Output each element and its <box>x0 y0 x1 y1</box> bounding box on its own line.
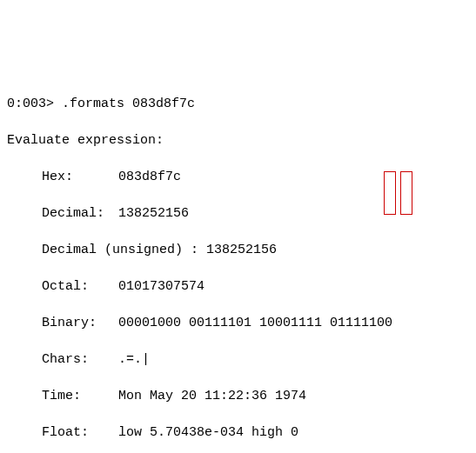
chars-row: Chars:.=.| <box>7 350 469 369</box>
prompt-line: 0:003> .formats 083d8f7c <box>7 95 469 113</box>
hex-value: 083d8f7c <box>118 170 181 184</box>
hex-row: Hex:083d8f7c <box>7 168 469 186</box>
time-row: Time:Mon May 20 11:22:36 1974 <box>7 387 469 405</box>
binary-row: Binary:00001000 00111101 10001111 011111… <box>7 314 469 332</box>
octal-label: Octal: <box>42 277 118 296</box>
decimal-label: Decimal: <box>42 204 118 223</box>
hex-label: Hex: <box>42 168 118 186</box>
chars-label: Chars: <box>42 350 118 369</box>
time-value: Mon May 20 11:22:36 1974 <box>118 389 306 403</box>
float-value: low 5.70438e-034 high 0 <box>118 425 298 440</box>
octal-row: Octal:01017307574 <box>7 277 469 296</box>
formats-block-1: 0:003> .formats 083d8f7c Evaluate expres… <box>7 77 469 453</box>
evaluate-label: Evaluate expression: <box>7 131 469 150</box>
float-label: Float: <box>42 423 118 442</box>
float-row: Float:low 5.70438e-034 high 0 <box>7 423 469 442</box>
octal-value: 01017307574 <box>118 279 204 294</box>
chars-value: .=.| <box>118 352 150 367</box>
binary-label: Binary: <box>42 314 118 332</box>
decimal-value: 138252156 <box>118 206 189 221</box>
decimal-row: Decimal:138252156 <box>7 204 469 223</box>
decimal-unsigned-row: Decimal (unsigned) : 138252156 <box>7 241 469 259</box>
decimal-unsigned-value: 138252156 <box>206 243 277 257</box>
decimal-unsigned-label: Decimal (unsigned) : <box>42 243 198 257</box>
binary-value: 00001000 00111101 10001111 01111100 <box>118 316 392 330</box>
time-label: Time: <box>42 387 118 405</box>
